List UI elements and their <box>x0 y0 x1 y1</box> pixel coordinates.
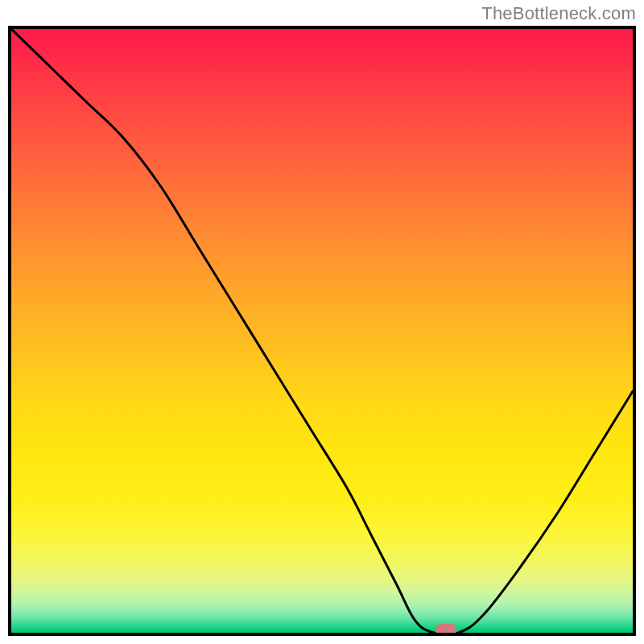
plot-area <box>8 26 636 636</box>
optimum-marker <box>436 624 456 635</box>
watermark-text: TheBottleneck.com <box>481 3 636 24</box>
bottleneck-curve <box>11 29 633 633</box>
chart-frame: TheBottleneck.com <box>0 0 644 644</box>
